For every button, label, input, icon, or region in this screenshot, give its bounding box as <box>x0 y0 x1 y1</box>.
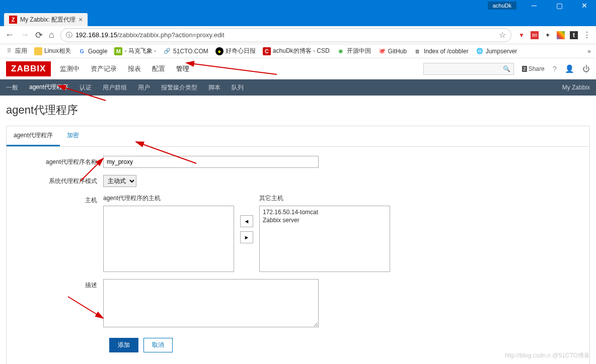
bookmark-item[interactable]: CachuDk的博客 - CSD <box>263 47 330 55</box>
main-menu: 监测中 资产记录 报表 配置 管理 <box>60 59 189 79</box>
url-text: 192.168.19.15/zabbix/zabbix.php?action=p… <box>76 31 496 39</box>
search-icon: 🔍 <box>503 65 510 72</box>
window-titlebar: achuDk ─ ▢ ✕ <box>0 0 596 11</box>
bookmark-item[interactable]: ◉开源中国 <box>337 47 371 55</box>
subnav-general[interactable]: 一般 <box>6 79 18 96</box>
bookmark-star-icon[interactable]: ☆ <box>499 30 506 40</box>
menu-icon[interactable]: ⋮ <box>583 31 591 39</box>
add-button[interactable]: 添加 <box>109 338 138 352</box>
share-button[interactable]: ZShare <box>522 65 545 72</box>
user-badge[interactable]: achuDk <box>488 2 516 10</box>
bookmark-item[interactable]: 🐙GitHub <box>378 47 407 55</box>
watermark: http://blog.csdn.n @51CTO博客 <box>505 351 590 360</box>
bookmark-item[interactable]: 🔗51CTO.COM <box>163 47 208 55</box>
proxy-hosts-listbox[interactable] <box>103 206 234 272</box>
menu-inventory[interactable]: 资产记录 <box>91 59 117 79</box>
subnav-users[interactable]: 用户 <box>138 79 150 96</box>
bookmarks-overflow[interactable]: » <box>587 48 591 55</box>
proxy-form: agent代理程序 加密 agent代理程序名称 系统代理程序模式 主动式 主机… <box>6 126 590 364</box>
bookmarks-bar: ⠿应用 Linux相关 GGoogle M- 马克飞象 - 🔗51CTO.COM… <box>0 44 596 58</box>
other-hosts-listbox[interactable]: 172.16.50.14-tomcat Zabbix server <box>259 206 390 272</box>
ext-icon[interactable]: ✦ <box>544 31 552 39</box>
ext-icon[interactable] <box>557 31 565 39</box>
bookmark-item[interactable]: ●好奇心日报 <box>215 47 256 55</box>
proxy-mode-select[interactable]: 主动式 <box>103 175 136 187</box>
favicon-icon: Z <box>9 16 17 24</box>
subnav-auth[interactable]: 认证 <box>80 79 92 96</box>
address-bar[interactable]: ⓘ 192.168.19.15/zabbix/zabbix.php?action… <box>60 28 511 42</box>
ext-icon[interactable]: 80 <box>531 31 539 39</box>
extension-icons: ▼ 80 ✦ t ⋮ <box>517 31 591 39</box>
user-icon[interactable]: 👤 <box>565 64 574 73</box>
bookmark-item[interactable]: 🗎Index of /cobbler <box>414 47 469 55</box>
move-right-button[interactable]: ► <box>240 231 253 243</box>
form-tabs: agent代理程序 加密 <box>7 126 589 147</box>
bookmark-item[interactable]: Linux相关 <box>34 47 71 55</box>
tab-proxy[interactable]: agent代理程序 <box>7 126 60 146</box>
subnav-proxies[interactable]: agent代理程序 <box>29 79 68 97</box>
admin-subnav: 一般 agent代理程序 认证 用户群组 用户 报警媒介类型 脚本 队列 My … <box>0 79 596 96</box>
list-item[interactable]: Zabbix server <box>263 216 387 224</box>
move-left-button[interactable]: ◄ <box>240 215 253 227</box>
maximize-button[interactable]: ▢ <box>552 2 567 10</box>
other-hosts-header: 其它主机 <box>259 194 390 203</box>
search-box[interactable]: 🔍 <box>423 63 514 75</box>
apps-button[interactable]: ⠿应用 <box>5 47 27 55</box>
tab-encryption[interactable]: 加密 <box>60 126 86 146</box>
description-label: 描述 <box>13 279 103 290</box>
menu-config[interactable]: 配置 <box>152 59 165 79</box>
proxy-name-label: agent代理程序名称 <box>13 156 103 166</box>
menu-reports[interactable]: 报表 <box>128 59 141 79</box>
proxy-name-input[interactable] <box>103 156 319 168</box>
ext-icon[interactable]: ▼ <box>517 31 526 39</box>
browser-tab[interactable]: Z My Zabbix: 配置代理 × <box>4 13 88 26</box>
proxy-mode-label: 系统代理程序模式 <box>13 175 103 186</box>
reload-button[interactable]: ⟳ <box>35 30 43 41</box>
menu-admin[interactable]: 管理 <box>176 59 189 79</box>
menu-monitoring[interactable]: 监测中 <box>60 59 80 79</box>
list-item[interactable]: 172.16.50.14-tomcat <box>263 208 387 216</box>
forward-button[interactable]: → <box>20 30 29 40</box>
ext-icon[interactable]: t <box>570 31 578 39</box>
subnav-instance: My Zabbix <box>562 80 590 95</box>
home-button[interactable]: ⌂ <box>49 30 54 40</box>
page-title: agent代理程序 <box>0 96 596 126</box>
help-icon[interactable]: ? <box>553 64 557 73</box>
cancel-button[interactable]: 取消 <box>143 338 173 352</box>
logout-icon[interactable]: ⏻ <box>582 64 590 73</box>
hosts-label: 主机 <box>13 194 103 205</box>
subnav-usergroups[interactable]: 用户群组 <box>103 79 127 96</box>
proxy-hosts-header: agent代理程序的主机 <box>103 194 234 203</box>
subnav-queue[interactable]: 队列 <box>232 79 244 96</box>
browser-toolbar: ← → ⟳ ⌂ ⓘ 192.168.19.15/zabbix/zabbix.ph… <box>0 26 596 44</box>
bookmark-item[interactable]: M- 马克飞象 - <box>114 47 156 55</box>
subnav-mediatypes[interactable]: 报警媒介类型 <box>161 79 197 96</box>
tab-title: My Zabbix: 配置代理 <box>20 16 76 24</box>
zabbix-header: ZABBIX 监测中 资产记录 报表 配置 管理 🔍 ZShare ? 👤 ⏻ <box>0 58 596 79</box>
back-button[interactable]: ← <box>5 30 14 40</box>
tab-close-icon[interactable]: × <box>79 16 83 24</box>
minimize-button[interactable]: ─ <box>527 2 542 10</box>
bookmark-item[interactable]: GGoogle <box>78 47 108 55</box>
subnav-scripts[interactable]: 脚本 <box>208 79 220 96</box>
bookmark-item[interactable]: 🌐Jumpserver <box>476 47 517 55</box>
description-textarea[interactable] <box>103 279 319 327</box>
info-icon[interactable]: ⓘ <box>66 31 72 40</box>
close-window-button[interactable]: ✕ <box>577 2 592 10</box>
browser-tabstrip: Z My Zabbix: 配置代理 × <box>0 11 596 26</box>
zabbix-logo[interactable]: ZABBIX <box>6 61 51 76</box>
